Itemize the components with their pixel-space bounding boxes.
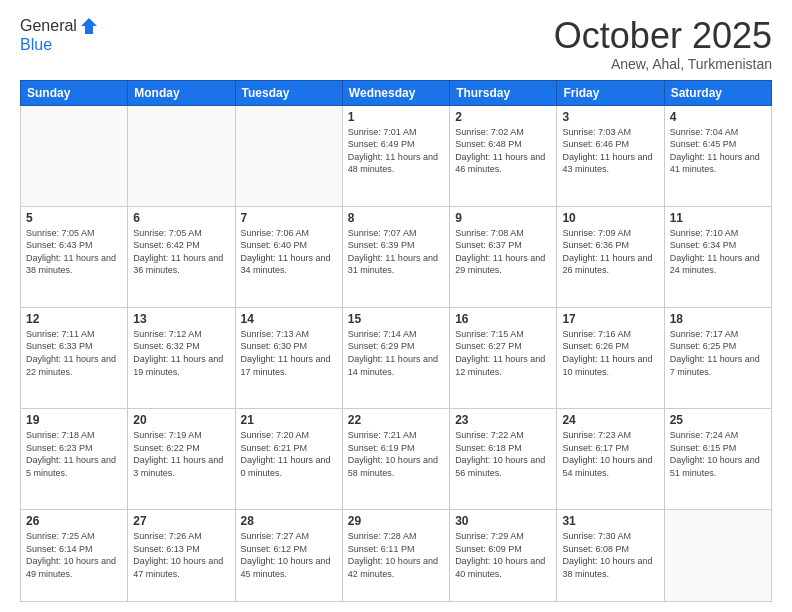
cell-w1-d0: 5Sunrise: 7:05 AM Sunset: 6:43 PM Daylig… xyxy=(21,206,128,307)
day-info: Sunrise: 7:02 AM Sunset: 6:48 PM Dayligh… xyxy=(455,126,551,176)
day-info: Sunrise: 7:06 AM Sunset: 6:40 PM Dayligh… xyxy=(241,227,337,277)
cell-w2-d0: 12Sunrise: 7:11 AM Sunset: 6:33 PM Dayli… xyxy=(21,307,128,408)
header: General Blue October 2025 Anew, Ahal, Tu… xyxy=(20,16,772,72)
cell-w3-d3: 22Sunrise: 7:21 AM Sunset: 6:19 PM Dayli… xyxy=(342,408,449,509)
cell-w2-d6: 18Sunrise: 7:17 AM Sunset: 6:25 PM Dayli… xyxy=(664,307,771,408)
day-info: Sunrise: 7:12 AM Sunset: 6:32 PM Dayligh… xyxy=(133,328,229,378)
day-number: 25 xyxy=(670,413,766,427)
cell-w3-d2: 21Sunrise: 7:20 AM Sunset: 6:21 PM Dayli… xyxy=(235,408,342,509)
day-info: Sunrise: 7:18 AM Sunset: 6:23 PM Dayligh… xyxy=(26,429,122,479)
day-info: Sunrise: 7:26 AM Sunset: 6:13 PM Dayligh… xyxy=(133,530,229,580)
day-info: Sunrise: 7:11 AM Sunset: 6:33 PM Dayligh… xyxy=(26,328,122,378)
day-number: 3 xyxy=(562,110,658,124)
day-number: 2 xyxy=(455,110,551,124)
day-info: Sunrise: 7:07 AM Sunset: 6:39 PM Dayligh… xyxy=(348,227,444,277)
cell-w3-d5: 24Sunrise: 7:23 AM Sunset: 6:17 PM Dayli… xyxy=(557,408,664,509)
cell-w4-d4: 30Sunrise: 7:29 AM Sunset: 6:09 PM Dayli… xyxy=(450,510,557,602)
header-saturday: Saturday xyxy=(664,80,771,105)
day-number: 15 xyxy=(348,312,444,326)
day-info: Sunrise: 7:14 AM Sunset: 6:29 PM Dayligh… xyxy=(348,328,444,378)
day-number: 30 xyxy=(455,514,551,528)
cell-w4-d5: 31Sunrise: 7:30 AM Sunset: 6:08 PM Dayli… xyxy=(557,510,664,602)
cell-w4-d6 xyxy=(664,510,771,602)
day-info: Sunrise: 7:01 AM Sunset: 6:49 PM Dayligh… xyxy=(348,126,444,176)
day-number: 22 xyxy=(348,413,444,427)
day-info: Sunrise: 7:15 AM Sunset: 6:27 PM Dayligh… xyxy=(455,328,551,378)
logo-general-text: General xyxy=(20,17,77,35)
day-number: 11 xyxy=(670,211,766,225)
day-number: 4 xyxy=(670,110,766,124)
week-row-1: 5Sunrise: 7:05 AM Sunset: 6:43 PM Daylig… xyxy=(21,206,772,307)
cell-w3-d1: 20Sunrise: 7:19 AM Sunset: 6:22 PM Dayli… xyxy=(128,408,235,509)
day-number: 31 xyxy=(562,514,658,528)
day-number: 24 xyxy=(562,413,658,427)
cell-w2-d1: 13Sunrise: 7:12 AM Sunset: 6:32 PM Dayli… xyxy=(128,307,235,408)
day-number: 13 xyxy=(133,312,229,326)
day-info: Sunrise: 7:05 AM Sunset: 6:43 PM Dayligh… xyxy=(26,227,122,277)
week-row-2: 12Sunrise: 7:11 AM Sunset: 6:33 PM Dayli… xyxy=(21,307,772,408)
cell-w0-d5: 3Sunrise: 7:03 AM Sunset: 6:46 PM Daylig… xyxy=(557,105,664,206)
day-info: Sunrise: 7:08 AM Sunset: 6:37 PM Dayligh… xyxy=(455,227,551,277)
day-info: Sunrise: 7:19 AM Sunset: 6:22 PM Dayligh… xyxy=(133,429,229,479)
cell-w2-d5: 17Sunrise: 7:16 AM Sunset: 6:26 PM Dayli… xyxy=(557,307,664,408)
week-row-3: 19Sunrise: 7:18 AM Sunset: 6:23 PM Dayli… xyxy=(21,408,772,509)
day-info: Sunrise: 7:17 AM Sunset: 6:25 PM Dayligh… xyxy=(670,328,766,378)
day-info: Sunrise: 7:04 AM Sunset: 6:45 PM Dayligh… xyxy=(670,126,766,176)
cell-w3-d4: 23Sunrise: 7:22 AM Sunset: 6:18 PM Dayli… xyxy=(450,408,557,509)
cell-w1-d6: 11Sunrise: 7:10 AM Sunset: 6:34 PM Dayli… xyxy=(664,206,771,307)
day-number: 18 xyxy=(670,312,766,326)
day-number: 12 xyxy=(26,312,122,326)
cell-w3-d0: 19Sunrise: 7:18 AM Sunset: 6:23 PM Dayli… xyxy=(21,408,128,509)
day-number: 1 xyxy=(348,110,444,124)
cell-w1-d2: 7Sunrise: 7:06 AM Sunset: 6:40 PM Daylig… xyxy=(235,206,342,307)
day-number: 10 xyxy=(562,211,658,225)
day-number: 6 xyxy=(133,211,229,225)
day-info: Sunrise: 7:28 AM Sunset: 6:11 PM Dayligh… xyxy=(348,530,444,580)
calendar-table: Sunday Monday Tuesday Wednesday Thursday… xyxy=(20,80,772,602)
cell-w0-d0 xyxy=(21,105,128,206)
day-info: Sunrise: 7:24 AM Sunset: 6:15 PM Dayligh… xyxy=(670,429,766,479)
cell-w4-d2: 28Sunrise: 7:27 AM Sunset: 6:12 PM Dayli… xyxy=(235,510,342,602)
page: General Blue October 2025 Anew, Ahal, Tu… xyxy=(0,0,792,612)
day-number: 14 xyxy=(241,312,337,326)
cell-w3-d6: 25Sunrise: 7:24 AM Sunset: 6:15 PM Dayli… xyxy=(664,408,771,509)
cell-w2-d3: 15Sunrise: 7:14 AM Sunset: 6:29 PM Dayli… xyxy=(342,307,449,408)
day-info: Sunrise: 7:30 AM Sunset: 6:08 PM Dayligh… xyxy=(562,530,658,580)
header-thursday: Thursday xyxy=(450,80,557,105)
header-friday: Friday xyxy=(557,80,664,105)
day-number: 20 xyxy=(133,413,229,427)
day-number: 29 xyxy=(348,514,444,528)
day-number: 8 xyxy=(348,211,444,225)
day-number: 26 xyxy=(26,514,122,528)
day-info: Sunrise: 7:20 AM Sunset: 6:21 PM Dayligh… xyxy=(241,429,337,479)
day-number: 5 xyxy=(26,211,122,225)
cell-w0-d6: 4Sunrise: 7:04 AM Sunset: 6:45 PM Daylig… xyxy=(664,105,771,206)
cell-w1-d4: 9Sunrise: 7:08 AM Sunset: 6:37 PM Daylig… xyxy=(450,206,557,307)
day-number: 27 xyxy=(133,514,229,528)
header-monday: Monday xyxy=(128,80,235,105)
cell-w0-d3: 1Sunrise: 7:01 AM Sunset: 6:49 PM Daylig… xyxy=(342,105,449,206)
cell-w4-d3: 29Sunrise: 7:28 AM Sunset: 6:11 PM Dayli… xyxy=(342,510,449,602)
day-number: 9 xyxy=(455,211,551,225)
month-title: October 2025 xyxy=(554,16,772,56)
day-info: Sunrise: 7:09 AM Sunset: 6:36 PM Dayligh… xyxy=(562,227,658,277)
logo-icon xyxy=(79,16,99,36)
logo-blue-text: Blue xyxy=(20,36,99,54)
cell-w0-d2 xyxy=(235,105,342,206)
cell-w0-d1 xyxy=(128,105,235,206)
day-info: Sunrise: 7:25 AM Sunset: 6:14 PM Dayligh… xyxy=(26,530,122,580)
day-number: 23 xyxy=(455,413,551,427)
weekday-header-row: Sunday Monday Tuesday Wednesday Thursday… xyxy=(21,80,772,105)
header-tuesday: Tuesday xyxy=(235,80,342,105)
day-number: 16 xyxy=(455,312,551,326)
week-row-4: 26Sunrise: 7:25 AM Sunset: 6:14 PM Dayli… xyxy=(21,510,772,602)
day-info: Sunrise: 7:22 AM Sunset: 6:18 PM Dayligh… xyxy=(455,429,551,479)
day-number: 21 xyxy=(241,413,337,427)
day-info: Sunrise: 7:10 AM Sunset: 6:34 PM Dayligh… xyxy=(670,227,766,277)
cell-w2-d2: 14Sunrise: 7:13 AM Sunset: 6:30 PM Dayli… xyxy=(235,307,342,408)
day-info: Sunrise: 7:13 AM Sunset: 6:30 PM Dayligh… xyxy=(241,328,337,378)
logo: General Blue xyxy=(20,16,99,54)
svg-marker-0 xyxy=(81,18,97,34)
cell-w4-d1: 27Sunrise: 7:26 AM Sunset: 6:13 PM Dayli… xyxy=(128,510,235,602)
header-wednesday: Wednesday xyxy=(342,80,449,105)
